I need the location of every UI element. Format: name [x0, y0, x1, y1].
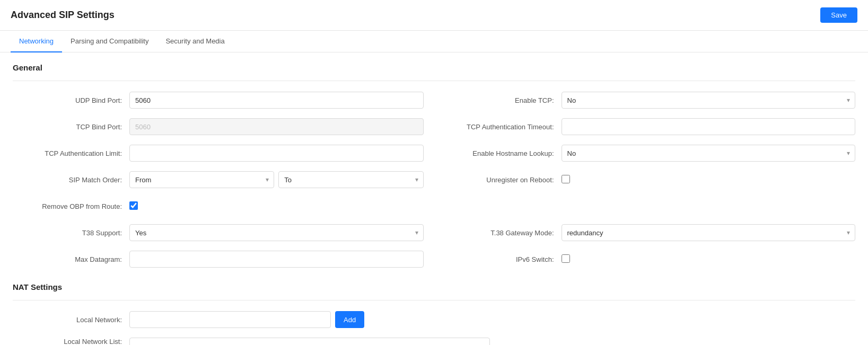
tcp-bind-port-input[interactable]: [129, 118, 424, 135]
remove-obp-checkbox[interactable]: [129, 201, 138, 210]
ipv6-switch-control: [562, 254, 856, 264]
tab-security[interactable]: Security and Media: [157, 31, 233, 52]
general-divider: [13, 81, 855, 81]
udp-bind-port-row: UDP Bind Port:: [13, 92, 424, 109]
tcp-auth-limit-input[interactable]: [129, 145, 424, 162]
sip-match-order-selects: From Contact IP To From IP: [129, 171, 424, 188]
page-header: Advanced SIP Settings Save: [0, 0, 868, 31]
tabs-container: Networking Parsing and Compatibility Sec…: [0, 31, 868, 52]
max-datagram-control: [129, 251, 424, 268]
tcp-auth-limit-label: TCP Authentication Limit:: [13, 149, 129, 157]
t38-support-select[interactable]: Yes No: [129, 224, 424, 241]
tcp-bind-port-row: TCP Bind Port:: [13, 118, 424, 135]
t38-gateway-mode-control: redundancy none gateway: [562, 224, 856, 241]
enable-hostname-row: Enable Hostname Lookup: No Yes: [445, 145, 856, 162]
sip-match-from-wrapper: From Contact IP: [129, 171, 274, 188]
add-local-network-button[interactable]: Add: [335, 311, 364, 328]
tcp-auth-timeout-control: [562, 118, 856, 135]
nat-section: NAT Settings Local Network: Add Local Ne…: [13, 282, 855, 345]
udp-bind-port-control: [129, 92, 424, 109]
tcp-bind-port-label: TCP Bind Port:: [13, 123, 129, 131]
nat-section-title: NAT Settings: [13, 282, 855, 291]
enable-tcp-wrapper: No Yes: [562, 92, 856, 109]
unregister-reboot-row: Unregister on Reboot:: [445, 171, 856, 188]
tab-parsing[interactable]: Parsing and Compatibility: [62, 31, 157, 52]
local-network-control: Add: [129, 311, 855, 328]
enable-hostname-control: No Yes: [562, 145, 856, 162]
max-datagram-input[interactable]: [129, 251, 424, 268]
sip-match-order-row: SIP Match Order: From Contact IP: [13, 171, 424, 188]
right-column: Enable TCP: No Yes TCP Authentication Ti…: [445, 92, 856, 277]
t38-gateway-mode-wrapper: redundancy none gateway: [562, 224, 856, 241]
enable-tcp-row: Enable TCP: No Yes: [445, 92, 856, 109]
unregister-reboot-label: Unregister on Reboot:: [445, 176, 562, 184]
t38-support-control: Yes No: [129, 224, 424, 241]
tcp-auth-timeout-label: TCP Authentication Timeout:: [445, 123, 562, 131]
tcp-auth-timeout-row: TCP Authentication Timeout:: [445, 118, 856, 135]
udp-bind-port-label: UDP Bind Port:: [13, 96, 129, 104]
tcp-auth-limit-row: TCP Authentication Limit:: [13, 145, 424, 162]
max-datagram-label: Max Datagram:: [13, 255, 129, 263]
unregister-reboot-control: [562, 175, 856, 185]
enable-hostname-wrapper: No Yes: [562, 145, 856, 162]
remove-obp-row: Remove OBP from Route:: [13, 198, 424, 215]
enable-tcp-label: Enable TCP:: [445, 96, 562, 104]
sip-match-to-select[interactable]: To From IP: [278, 171, 423, 188]
local-network-input-row: Add: [129, 311, 855, 328]
page-title: Advanced SIP Settings: [11, 10, 115, 21]
t38-gateway-mode-select[interactable]: redundancy none gateway: [562, 224, 856, 241]
t38-support-row: T38 Support: Yes No: [13, 224, 424, 241]
enable-hostname-select[interactable]: No Yes: [562, 145, 856, 162]
ipv6-switch-row: IPv6 Switch:: [445, 251, 856, 268]
remove-obp-label: Remove OBP from Route:: [13, 202, 129, 210]
local-network-list-label: Local Network List:: [13, 338, 129, 345]
t38-support-label: T38 Support:: [13, 229, 129, 237]
nat-divider: [13, 300, 855, 300]
t38-gateway-mode-row: T.38 Gateway Mode: redundancy none gatew…: [445, 224, 856, 241]
sip-match-from-select[interactable]: From Contact IP: [129, 171, 274, 188]
t38-gateway-mode-label: T.38 Gateway Mode:: [445, 229, 562, 237]
left-column: UDP Bind Port: TCP Bind Port: TCP Authen…: [13, 92, 424, 277]
enable-tcp-control: No Yes: [562, 92, 856, 109]
tcp-auth-limit-control: [129, 145, 424, 162]
enable-hostname-label: Enable Hostname Lookup:: [445, 149, 562, 157]
general-form-grid: UDP Bind Port: TCP Bind Port: TCP Authen…: [13, 92, 855, 277]
ipv6-switch-label: IPv6 Switch:: [445, 255, 562, 263]
max-datagram-row: Max Datagram:: [13, 251, 424, 268]
local-network-row: Local Network: Add: [13, 311, 855, 328]
main-content: General UDP Bind Port: TCP Bind Port: TC…: [0, 52, 868, 345]
t38-support-wrapper: Yes No: [129, 224, 424, 241]
sip-match-order-control: From Contact IP To From IP: [129, 171, 424, 188]
local-network-list-textarea[interactable]: [129, 338, 490, 345]
ipv6-switch-checkbox[interactable]: [562, 254, 570, 263]
local-network-list-control: [129, 338, 855, 345]
tcp-bind-port-control: [129, 118, 424, 135]
local-network-input[interactable]: [129, 311, 331, 328]
udp-bind-port-input[interactable]: [129, 92, 424, 109]
sip-match-order-label: SIP Match Order:: [13, 176, 129, 184]
save-button[interactable]: Save: [820, 7, 857, 23]
sip-match-to-wrapper: To From IP: [278, 171, 423, 188]
enable-tcp-select[interactable]: No Yes: [562, 92, 856, 109]
tcp-auth-timeout-input[interactable]: [562, 118, 856, 135]
remove-obp-control: [129, 201, 424, 211]
unregister-reboot-checkbox[interactable]: [562, 175, 570, 183]
local-network-list-row: Local Network List:: [13, 338, 855, 345]
general-section-title: General: [13, 63, 855, 72]
tab-networking[interactable]: Networking: [11, 31, 62, 52]
local-network-label: Local Network:: [13, 316, 129, 324]
